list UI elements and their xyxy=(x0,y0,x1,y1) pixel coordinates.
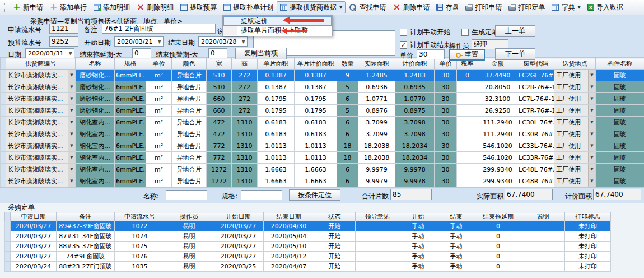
delivery-location-cell[interactable]: 工厂使用▼ xyxy=(554,175,596,187)
checkbox-icon xyxy=(400,29,407,36)
delivery-location-cell[interactable]: 工厂使用▼ xyxy=(554,140,596,152)
supplier-code-cell[interactable]: 长沙市潇湘玻璃实...▼ xyxy=(6,70,76,81)
priced-area-cell: 3.7098 xyxy=(395,117,435,128)
prev-order-button[interactable]: 上一单 xyxy=(495,25,535,37)
row-indicator xyxy=(1,140,6,152)
unit-price-cell: 30 xyxy=(435,81,457,93)
toolbar-button-extract-budget[interactable]: 提取预算 xyxy=(177,1,220,13)
row-indicator xyxy=(5,252,11,262)
name-cell: 磨砂钢化... xyxy=(76,93,115,105)
supplier-code-cell[interactable]: 长沙市潇湘玻璃实...▼ xyxy=(6,117,76,128)
table-row[interactable]: 长沙市潇湘玻璃实...▼钢化室内...6mmPLE...m²异地合片127213… xyxy=(1,175,644,187)
end-delay-field[interactable] xyxy=(132,48,151,58)
toolbar-button-extract-supplier-data[interactable]: 提取供货商数据▼ xyxy=(277,1,346,13)
table-row[interactable]: 长沙市潇湘玻璃实...▼磨砂钢化...6mmPLE...m²异地合片510272… xyxy=(1,70,644,81)
supplier-code-cell[interactable]: 长沙市潇湘玻璃实...▼ xyxy=(6,175,76,187)
start-date-select[interactable]: 2020/03/21▼ xyxy=(114,36,164,47)
delivery-location-cell[interactable]: 工厂使用▼ xyxy=(554,164,596,175)
supplier-code-cell[interactable]: 长沙市潇湘玻璃实...▼ xyxy=(6,93,76,105)
supplier-code-cell[interactable]: 长沙市潇湘玻璃实...▼ xyxy=(6,152,76,164)
table-row[interactable]: 长沙市潇湘玻璃实...▼磨砂钢化...6mmPLE...m²异地合片510272… xyxy=(1,81,644,93)
spec-cell: 6mmPLE... xyxy=(115,105,146,117)
table-row[interactable]: 长沙市潇湘玻璃实...▼钢化室内...6mmPLE...m²异地合片472131… xyxy=(1,128,644,140)
toolbar-button-print-request[interactable]: 打印申请 xyxy=(462,1,505,13)
table-row[interactable]: 2020/03/2488#23-27F门顶玻1035易明2020/03/2520… xyxy=(5,262,611,272)
row-indicator xyxy=(5,242,11,252)
remark-field[interactable] xyxy=(102,24,216,34)
delivery-location-cell[interactable]: 工厂使用▼ xyxy=(554,81,596,93)
chevron-down-icon: ▼ xyxy=(588,70,595,81)
delivery-location-cell[interactable]: 工厂使用▼ xyxy=(554,70,596,81)
delivery-location-cell[interactable]: 工厂使用▼ xyxy=(554,93,596,105)
reset-button[interactable]: 重置 xyxy=(449,49,485,61)
x-red-icon xyxy=(393,3,400,11)
plan-manual-start-checkbox[interactable]: 计划手动开始 xyxy=(400,27,450,37)
toolbar-button-import-data[interactable]: 导入数据 xyxy=(584,1,627,13)
piece-priced-area-cell: 0.1387 xyxy=(295,70,337,81)
date-select[interactable]: 2020/03/31▼ xyxy=(25,48,74,58)
toolbar-button-find-request[interactable]: 查找申请 xyxy=(346,1,389,13)
plan-manual-end-checkbox[interactable]: ✓计划手动结束 xyxy=(400,40,450,50)
piece-area-cell: 0.1795 xyxy=(258,93,295,105)
copy-current-button[interactable]: 复制当前项 xyxy=(235,48,287,59)
table-row[interactable]: 长沙市潇湘玻璃实...▼钢化室内...6mmPLE...m²异地合片772131… xyxy=(1,140,644,152)
budget-serial-label: 预算流水号 xyxy=(8,38,41,48)
delivery-location-cell[interactable]: 工厂使用▼ xyxy=(554,117,596,128)
toolbar-button-save[interactable]: 存盘 xyxy=(433,1,462,13)
filter-name-input[interactable] xyxy=(166,190,207,200)
table-row[interactable]: 2020/03/2787#31-34F窗固玻1074易明2020/03/2720… xyxy=(5,231,611,242)
supplier-code-cell[interactable]: 长沙市潇湘玻璃实...▼ xyxy=(6,140,76,152)
total-pieces-field[interactable] xyxy=(390,189,432,200)
toolbar-button-extract-supplement-plan[interactable]: 提取补单计划 xyxy=(220,1,277,13)
part-name-cell: 固玻 xyxy=(596,140,644,152)
locate-by-condition-button[interactable]: 按条件定位 xyxy=(289,189,340,201)
next-order-button[interactable]: 下一单 xyxy=(495,48,535,60)
name-cell: 钢化室内... xyxy=(76,128,115,140)
delivery-location-cell[interactable]: 工厂使用▼ xyxy=(554,128,596,140)
filter-spec-input[interactable] xyxy=(241,190,282,200)
serial-field[interactable] xyxy=(49,24,78,34)
supplier-code-cell[interactable]: 长沙市潇湘玻璃实...▼ xyxy=(6,105,76,117)
column-header-width: 宽 xyxy=(207,58,232,70)
toolbar-button-add-detail[interactable]: 添加明细 xyxy=(90,1,133,13)
budget-serial-field[interactable] xyxy=(49,36,78,47)
table-row[interactable]: 2020/03/2789#37-39F窗固玻1072易明2020/03/2720… xyxy=(5,221,611,231)
toolbar-button-delete-detail[interactable]: 删除明细 xyxy=(133,1,177,13)
toolbar-button-new-request[interactable]: 新申请 xyxy=(10,1,46,13)
request-serial-cell: 1035 xyxy=(115,262,165,272)
generate-order-checkbox[interactable]: 生成定单 xyxy=(461,27,498,37)
unit-price-field[interactable] xyxy=(417,49,445,59)
unit-cell: m² xyxy=(146,93,172,105)
end-delay-cell: 0 xyxy=(475,221,521,231)
toolbar-button-add-row[interactable]: 添加单行 xyxy=(46,1,90,13)
supplier-code-value: 长沙市潇湘玻璃实... xyxy=(6,95,68,103)
table-row[interactable]: 长沙市潇湘玻璃实...▼磨砂钢化...6mmPLE...m²异地合片660272… xyxy=(1,93,644,105)
toolbar-button-label: 添加单行 xyxy=(60,3,87,12)
chevron-down-icon: ▼ xyxy=(588,93,595,104)
table-row[interactable]: 2020/03/2774#9F窗固玻1076易明2020/03/272020/0… xyxy=(5,252,611,262)
chevron-down-icon: ▼ xyxy=(588,140,595,151)
table-row[interactable]: 长沙市潇湘玻璃实...▼钢化室内...6mmPLE...m²异地合片127213… xyxy=(1,164,644,175)
delivery-location-cell[interactable]: 工厂使用▼ xyxy=(554,152,596,164)
toolbar-button-delete-request[interactable]: 删除申请 xyxy=(389,1,433,13)
table-row[interactable]: 长沙市潇湘玻璃实...▼钢化室内...6mmPLE...m²异地合片772131… xyxy=(1,152,644,164)
end-date-select[interactable]: 2020/03/28▼ xyxy=(198,36,248,47)
toolbar-button-print-order[interactable]: 打印定单 xyxy=(505,1,548,13)
print-icon xyxy=(465,6,473,11)
table-row[interactable]: 长沙市潇湘玻璃实...▼钢化室内...6mmPLE...m²异地合片472131… xyxy=(1,117,644,128)
supplier-code-cell[interactable]: 长沙市潇湘玻璃实...▼ xyxy=(6,128,76,140)
table-row[interactable]: 长沙市潇湘玻璃实...▼磨砂钢化...6mmPLE...m²异地合片660272… xyxy=(1,105,644,117)
table-row[interactable]: 2020/03/2788#35-37F窗固玻1075易明2020/03/2720… xyxy=(5,242,611,252)
priced-area-field[interactable] xyxy=(593,189,641,200)
request-date-cell: 2020/03/27 xyxy=(11,221,57,231)
end-date-cell: 2020/05/10 xyxy=(264,242,314,252)
delivery-location-cell[interactable]: 工厂使用▼ xyxy=(554,105,596,117)
toolbar-button-dictionary[interactable]: 字典▼ xyxy=(548,1,584,13)
key-icon xyxy=(456,51,463,58)
actual-area-field[interactable] xyxy=(505,189,553,200)
chevron-down-icon: ▼ xyxy=(588,175,595,187)
menu-item-extract-piece-area-round-up[interactable]: 提取单片面积向上取整 xyxy=(223,26,332,35)
end-warning-field[interactable] xyxy=(208,48,227,58)
supplier-code-cell[interactable]: 长沙市潇湘玻璃实...▼ xyxy=(6,164,76,175)
supplier-code-cell[interactable]: 长沙市潇湘玻璃实...▼ xyxy=(6,81,76,93)
